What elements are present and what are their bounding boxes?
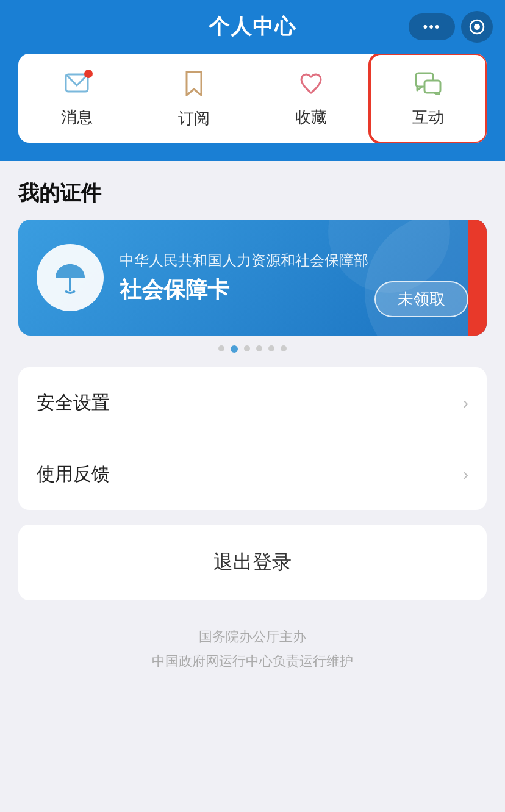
settings-list-card: 安全设置 › 使用反馈 › [18,367,487,510]
svg-point-1 [474,24,480,30]
tab-message[interactable]: 消息 [18,54,135,143]
umbrella-icon [53,259,87,296]
chevron-right-icon: › [463,393,468,413]
footer: 国务院办公厅主办 中国政府网运行中心负责运行维护 [18,625,487,697]
blue-section: 消息 订阅 收藏 [0,54,505,161]
tab-interact-label: 互动 [412,107,444,128]
card-issuer: 中华人民共和国人力资源和社会保障部 [120,251,468,270]
header-actions: ••• [409,11,493,43]
credential-card[interactable]: 中华人民共和国人力资源和社会保障部 社会保障卡 未领取 [18,220,487,336]
svg-rect-4 [424,81,440,93]
chevron-right-icon-2: › [463,465,468,484]
message-icon [65,72,89,101]
interact-icon [415,72,442,101]
tab-subscribe[interactable]: 订阅 [135,54,253,143]
dot-5 [281,345,287,351]
card-action-button[interactable]: 未领取 [374,281,468,317]
tabs-card: 消息 订阅 收藏 [18,54,487,143]
dot-2 [244,345,250,351]
dot-4 [268,345,274,351]
header: 个人中心 ••• [0,0,505,54]
more-button[interactable]: ••• [409,13,455,40]
main-content: 我的证件 中华人民共和国人力资源和社会保障部 社会保障卡 未领取 [0,161,505,716]
message-badge [84,70,93,78]
subscribe-icon [184,71,204,102]
tab-subscribe-label: 订阅 [178,108,210,129]
tab-message-label: 消息 [61,107,93,128]
security-settings-label: 安全设置 [37,390,110,415]
carousel-dots [18,345,487,353]
logout-label: 退出登录 [213,549,292,576]
dot-1 [231,345,238,353]
tab-favorite[interactable]: 收藏 [253,54,370,143]
feedback-label: 使用反馈 [37,462,110,487]
card-carousel: 中华人民共和国人力资源和社会保障部 社会保障卡 未领取 [18,220,487,336]
camera-button[interactable] [461,11,493,43]
footer-line1: 国务院办公厅主办 [37,625,468,649]
logout-card[interactable]: 退出登录 [18,525,487,600]
my-credentials-title: 我的证件 [18,179,487,207]
card-icon-circle [37,244,104,311]
page-title: 个人中心 [209,13,296,41]
carousel-right-peek [468,220,487,336]
footer-line2: 中国政府网运行中心负责运行维护 [37,649,468,674]
feedback-item[interactable]: 使用反馈 › [18,439,487,510]
favorite-icon [299,72,323,101]
tab-favorite-label: 收藏 [295,107,327,128]
dot-3 [256,345,262,351]
dot-0 [218,345,224,351]
tab-interact[interactable]: 互动 [370,54,487,143]
security-settings-item[interactable]: 安全设置 › [18,367,487,439]
camera-icon [469,19,485,35]
